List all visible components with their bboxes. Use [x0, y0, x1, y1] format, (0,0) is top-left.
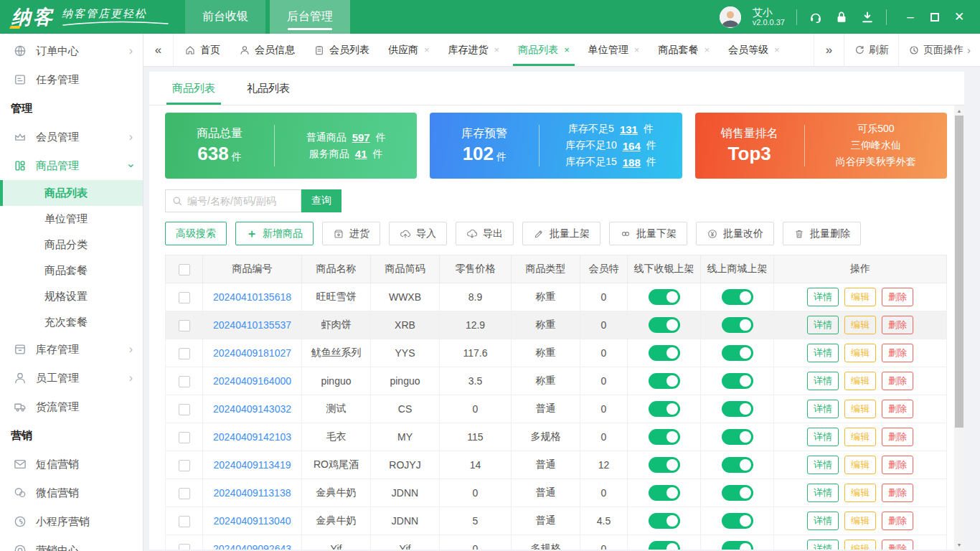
row-action-edit-button[interactable]: 编辑	[844, 344, 876, 362]
row-action-edit-button[interactable]: 编辑	[844, 456, 876, 474]
refresh-button[interactable]: 刷新	[844, 34, 898, 66]
online-mall-toggle[interactable]	[722, 373, 753, 389]
maximize-button[interactable]	[923, 0, 947, 34]
row-action-edit-button[interactable]: 编辑	[844, 512, 876, 530]
sidebar-item-17[interactable]: 小程序营销	[0, 507, 143, 536]
select-all-checkbox[interactable]	[179, 264, 190, 276]
product-code-link[interactable]: 20240409092643	[213, 543, 291, 550]
row-action-delete-button[interactable]: 删除	[882, 316, 913, 334]
row-action-delete-button[interactable]: 删除	[882, 372, 913, 390]
scrollbar-thumb[interactable]	[955, 116, 963, 428]
row-action-edit-button[interactable]: 编辑	[844, 484, 876, 502]
row-action-detail-button[interactable]: 详情	[807, 456, 839, 474]
page-tab-7[interactable]: 商品套餐×	[649, 34, 719, 66]
tab-close-icon[interactable]: ×	[634, 44, 640, 55]
row-action-detail-button[interactable]: 详情	[807, 428, 839, 446]
page-tab-2[interactable]: 会员列表	[304, 34, 379, 66]
offline-pos-toggle[interactable]	[649, 317, 680, 333]
online-mall-toggle[interactable]	[722, 457, 753, 473]
row-action-detail-button[interactable]: 详情	[807, 400, 839, 418]
toolbar-button-2[interactable]: 进货	[322, 222, 380, 245]
online-mall-toggle[interactable]	[722, 429, 753, 445]
tab-product-list[interactable]: 商品列表	[172, 82, 215, 105]
online-mall-toggle[interactable]	[722, 541, 753, 550]
row-action-detail-button[interactable]: 详情	[807, 316, 839, 334]
sidebar-item-12[interactable]: 员工管理›	[0, 364, 143, 392]
tab-close-icon[interactable]: ×	[774, 44, 780, 55]
row-action-detail-button[interactable]: 详情	[807, 344, 839, 362]
row-checkbox[interactable]	[179, 432, 190, 443]
offline-pos-toggle[interactable]	[649, 485, 680, 501]
row-action-edit-button[interactable]: 编辑	[844, 316, 876, 334]
row-action-detail-button[interactable]: 详情	[807, 512, 839, 530]
user-avatar[interactable]	[720, 6, 741, 28]
row-action-delete-button[interactable]: 删除	[882, 456, 913, 474]
tabs-collapse-button[interactable]: «	[143, 34, 174, 66]
product-code-link[interactable]: 20240409113419	[214, 459, 291, 471]
row-action-detail-button[interactable]: 详情	[807, 372, 839, 390]
scrollbar-down-arrow[interactable]: ▼	[954, 540, 964, 550]
product-code-link[interactable]: 20240410135537	[213, 319, 291, 331]
row-action-edit-button[interactable]: 编辑	[844, 288, 876, 306]
row-action-edit-button[interactable]: 编辑	[844, 428, 876, 446]
sidebar-subitem-6[interactable]: 单位管理	[0, 206, 143, 232]
row-action-detail-button[interactable]: 详情	[807, 540, 839, 550]
row-checkbox[interactable]	[179, 320, 190, 331]
toolbar-button-1[interactable]: ＋新增商品	[235, 222, 314, 245]
row-action-detail-button[interactable]: 详情	[807, 288, 839, 306]
page-tab-3[interactable]: 供应商×	[379, 34, 439, 66]
offline-pos-toggle[interactable]	[649, 401, 680, 417]
sidebar-item-1[interactable]: 任务管理	[0, 65, 143, 94]
sidebar-subitem-5[interactable]: 商品列表	[0, 180, 143, 206]
sidebar-item-13[interactable]: 货流管理	[0, 392, 143, 421]
scrollbar[interactable]: ▲ ▼	[954, 105, 964, 550]
headset-icon[interactable]	[809, 10, 823, 24]
tab-close-icon[interactable]: ×	[494, 44, 500, 55]
online-mall-toggle[interactable]	[722, 289, 753, 305]
sidebar-item-4[interactable]: 商品管理›	[0, 151, 143, 180]
page-tab-4[interactable]: 库存进货×	[439, 34, 509, 66]
online-mall-toggle[interactable]	[722, 485, 753, 501]
product-code-link[interactable]: 20240409181027	[213, 347, 291, 359]
page-tab-6[interactable]: 单位管理×	[579, 34, 649, 66]
sidebar-item-3[interactable]: 会员管理›	[0, 123, 143, 151]
row-action-delete-button[interactable]: 删除	[882, 400, 913, 418]
toolbar-button-8[interactable]: 批量删除	[783, 222, 861, 245]
row-action-detail-button[interactable]: 详情	[807, 484, 839, 502]
sidebar-item-0[interactable]: 订单中心›	[0, 37, 143, 65]
offline-pos-toggle[interactable]	[649, 345, 680, 361]
top-nav-0[interactable]: 前台收银	[185, 0, 265, 34]
offline-pos-toggle[interactable]	[649, 373, 680, 389]
row-action-delete-button[interactable]: 删除	[882, 428, 913, 446]
online-mall-toggle[interactable]	[722, 513, 753, 529]
product-code-link[interactable]: 20240409143032	[213, 403, 291, 415]
row-checkbox[interactable]	[179, 376, 190, 387]
row-action-delete-button[interactable]: 删除	[882, 484, 913, 502]
online-mall-toggle[interactable]	[722, 345, 753, 361]
sidebar-item-11[interactable]: 库存管理›	[0, 335, 143, 364]
page-operations-button[interactable]: 页面操作 ›	[898, 34, 980, 66]
offline-pos-toggle[interactable]	[649, 429, 680, 445]
scrollbar-up-arrow[interactable]: ▲	[954, 105, 964, 116]
tab-close-icon[interactable]: ×	[424, 44, 430, 55]
row-checkbox[interactable]	[179, 348, 190, 359]
toolbar-button-4[interactable]: 导出	[456, 222, 514, 245]
sidebar-item-18[interactable]: 营销中心	[0, 536, 143, 551]
toolbar-button-0[interactable]: 高级搜索	[165, 222, 227, 245]
sidebar-subitem-8[interactable]: 商品套餐	[0, 258, 143, 283]
close-button[interactable]: ✕	[947, 0, 971, 34]
page-tab-5[interactable]: 商品列表×	[509, 34, 579, 66]
offline-pos-toggle[interactable]	[649, 541, 680, 550]
row-action-delete-button[interactable]: 删除	[882, 512, 913, 530]
toolbar-button-3[interactable]: 导入	[389, 222, 447, 245]
product-code-link[interactable]: 20240409142103	[213, 431, 291, 443]
row-checkbox[interactable]	[179, 292, 190, 303]
search-button[interactable]: 查询	[301, 189, 341, 212]
tab-close-icon[interactable]: ×	[564, 44, 570, 55]
page-tab-1[interactable]: 会员信息	[230, 34, 304, 66]
row-action-delete-button[interactable]: 删除	[882, 540, 913, 550]
minimize-button[interactable]: –	[898, 0, 923, 34]
product-code-link[interactable]: 20240410135618	[213, 291, 291, 303]
toolbar-button-5[interactable]: 批量上架	[522, 222, 600, 245]
tabs-expand-button[interactable]: »	[814, 34, 844, 66]
